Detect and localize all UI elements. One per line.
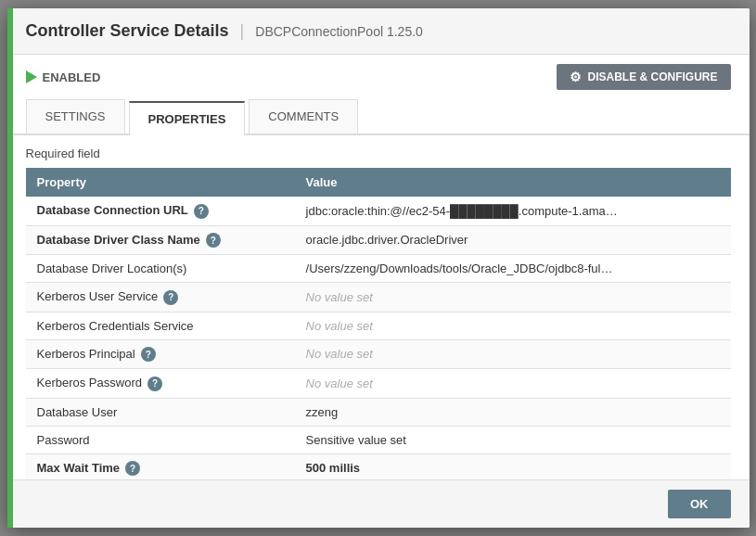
- property-value-cell: No value set: [295, 283, 731, 313]
- disable-configure-button[interactable]: ⚙ DISABLE & CONFIGURE: [557, 64, 730, 90]
- tab-properties[interactable]: PROPERTIES: [129, 101, 246, 135]
- required-field-label: Required field: [26, 135, 731, 168]
- table-row: Database Userzzeng: [26, 398, 731, 426]
- property-name-cell: Database Driver Class Name?: [26, 225, 295, 255]
- help-icon[interactable]: ?: [141, 347, 156, 362]
- property-value: jdbc:oracle:thin:@//ec2-54-████████.comp…: [306, 204, 618, 218]
- property-name-cell: Database Connection URL?: [26, 197, 295, 225]
- property-name-cell: Database User: [26, 398, 295, 426]
- disable-button-label: DISABLE & CONFIGURE: [587, 70, 717, 83]
- property-value: No value set: [306, 376, 373, 390]
- property-name: Database Driver Class Name: [37, 233, 200, 247]
- table-row: PasswordSensitive value set: [26, 426, 731, 453]
- property-name: Kerberos User Service: [37, 289, 159, 303]
- col-property: Property: [26, 168, 295, 197]
- property-value-cell: No value set: [295, 339, 731, 369]
- modal: Controller Service Details | DBCPConnect…: [7, 8, 750, 528]
- left-accent: [7, 8, 13, 528]
- table-row: Max Wait Time?500 millis: [26, 453, 731, 479]
- property-value-cell: jdbc:oracle:thin:@//ec2-54-████████.comp…: [295, 197, 731, 225]
- property-value-cell: No value set: [295, 369, 731, 399]
- modal-header: Controller Service Details | DBCPConnect…: [7, 8, 750, 55]
- help-icon[interactable]: ?: [194, 204, 209, 219]
- play-icon: [26, 70, 37, 83]
- help-icon[interactable]: ?: [206, 233, 221, 248]
- tab-settings[interactable]: SETTINGS: [26, 99, 125, 134]
- property-name-cell: Kerberos Principal?: [26, 339, 295, 369]
- property-name-cell: Kerberos User Service?: [26, 283, 295, 313]
- property-name-cell: Kerberos Password?: [26, 369, 295, 399]
- help-icon[interactable]: ?: [147, 376, 162, 391]
- property-name: Kerberos Credentials Service: [37, 319, 194, 333]
- property-name-cell: Database Driver Location(s): [26, 255, 295, 283]
- tab-comments[interactable]: COMMENTS: [249, 99, 358, 134]
- property-name-cell: Password: [26, 426, 295, 453]
- property-name: Database Connection URL: [37, 203, 188, 217]
- property-value: oracle.jdbc.driver.OracleDriver: [306, 233, 468, 247]
- property-value-cell: zzeng: [295, 398, 731, 426]
- property-value: zzeng: [306, 405, 339, 419]
- property-name-cell: Max Wait Time?: [26, 453, 295, 479]
- property-value-cell: No value set: [295, 312, 731, 339]
- table-row: Kerberos Principal?No value set: [26, 339, 731, 369]
- property-value-cell: /Users/zzeng/Downloads/tools/Oracle_JDBC…: [295, 255, 731, 283]
- property-name: Max Wait Time: [37, 461, 121, 475]
- property-value: No value set: [306, 290, 373, 304]
- property-value: 500 millis: [306, 461, 361, 475]
- table-row: Kerberos Password?No value set: [26, 369, 731, 399]
- property-name: Kerberos Principal: [37, 347, 135, 361]
- property-value: Sensitive value set: [306, 433, 406, 447]
- table-row: Kerberos Credentials ServiceNo value set: [26, 312, 731, 339]
- modal-body: ENABLED ⚙ DISABLE & CONFIGURE SETTINGS P…: [7, 55, 750, 479]
- property-name: Kerberos Password: [37, 376, 142, 389]
- content-area: Required field Property Value Database C…: [7, 135, 750, 479]
- property-value: No value set: [306, 347, 373, 361]
- status-bar: ENABLED ⚙ DISABLE & CONFIGURE: [7, 55, 750, 99]
- property-value-cell: oracle.jdbc.driver.OracleDriver: [295, 225, 731, 255]
- property-value: /Users/zzeng/Downloads/tools/Oracle_JDBC…: [306, 262, 613, 275]
- table-row: Kerberos User Service?No value set: [26, 283, 731, 313]
- property-name: Password: [37, 433, 90, 447]
- modal-container: Controller Service Details | DBCPConnect…: [7, 8, 750, 528]
- col-value: Value: [295, 168, 731, 197]
- modal-subtitle: DBCPConnectionPool 1.25.0: [255, 24, 423, 39]
- status-enabled: ENABLED: [26, 70, 101, 84]
- property-name: Database User: [37, 405, 118, 419]
- help-icon[interactable]: ?: [125, 461, 140, 476]
- properties-table: Property Value Database Connection URL?j…: [26, 168, 731, 479]
- table-row: Database Connection URL?jdbc:oracle:thin…: [26, 197, 731, 225]
- property-value-cell: Sensitive value set: [295, 426, 731, 453]
- header-divider: |: [240, 21, 245, 41]
- modal-footer: OK: [7, 479, 750, 528]
- table-row: Database Driver Location(s)/Users/zzeng/…: [26, 255, 731, 283]
- property-name-cell: Kerberos Credentials Service: [26, 312, 295, 339]
- ok-button[interactable]: OK: [668, 490, 731, 518]
- property-value: No value set: [306, 319, 373, 333]
- property-name: Database Driver Location(s): [37, 262, 187, 275]
- property-value-cell: 500 millis: [295, 453, 731, 479]
- help-icon[interactable]: ?: [163, 290, 178, 305]
- tabs: SETTINGS PROPERTIES COMMENTS: [7, 99, 750, 135]
- status-label: ENABLED: [43, 70, 101, 84]
- gear-icon: ⚙: [570, 70, 582, 84]
- table-row: Database Driver Class Name?oracle.jdbc.d…: [26, 225, 731, 255]
- modal-title: Controller Service Details: [26, 21, 229, 41]
